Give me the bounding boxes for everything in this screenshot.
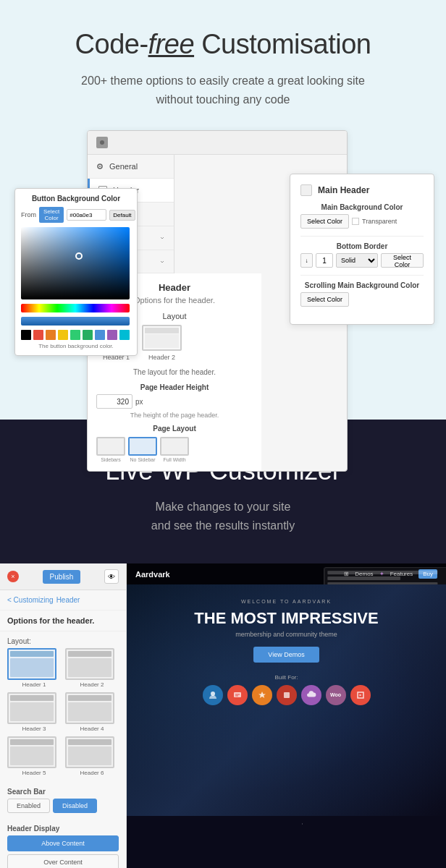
height-input[interactable] — [96, 394, 132, 409]
section-customizer-preview: × Publish 👁 < Customizing Header Options… — [0, 563, 446, 868]
scrolling-color-btn[interactable]: Select Color — [300, 292, 349, 307]
opacity-bar[interactable] — [21, 317, 130, 326]
disabled-toggle[interactable]: Disabled — [53, 799, 97, 813]
plugin-layer — [277, 685, 297, 705]
panel-header — [88, 131, 347, 155]
layout-sidebars[interactable] — [96, 437, 125, 456]
customizer-subtitle: Make changes to your site and see the re… — [14, 498, 432, 535]
color-gradient — [21, 227, 130, 299]
panel-right-icon — [300, 184, 312, 196]
layout-item-5[interactable]: Header 5 — [7, 736, 61, 776]
select-color-button[interactable]: Select Color — [39, 207, 64, 223]
header-display-label: Header Display — [0, 819, 126, 835]
layout-item-6[interactable]: Header 6 — [65, 736, 119, 776]
built-for-label: Built For: — [274, 674, 298, 681]
layout-item-3[interactable]: Header 3 — [7, 692, 61, 732]
color-note: The button background color. — [21, 343, 131, 349]
plugin-woocommerce: Woo — [326, 685, 346, 705]
plugin-rtmedia — [350, 685, 371, 705]
customizer-wrapper: × Publish 👁 < Customizing Header Options… — [0, 563, 446, 868]
from-label: From — [21, 211, 36, 218]
header-layout-2[interactable]: Header 2 — [142, 325, 182, 361]
color-picker-panel: Button Background Color From Select Colo… — [14, 188, 138, 356]
transparent-checkbox[interactable] — [352, 218, 359, 225]
hero-small-text: WELCOME TO AARDVARK — [241, 599, 332, 604]
scrolling-field: Scrolling Main Background Color Select C… — [300, 281, 424, 307]
select-color-btn[interactable]: Select Color — [300, 214, 349, 229]
swatch-blue[interactable] — [95, 330, 105, 340]
svg-point-2 — [99, 166, 101, 167]
hero-cta-button[interactable]: View Demos — [253, 647, 319, 663]
hex-input[interactable] — [67, 209, 106, 221]
swatch-yellow[interactable] — [58, 330, 68, 340]
swatch-red[interactable] — [33, 330, 43, 340]
border-field: Bottom Border ↓ Solid Dashed None Select… — [300, 242, 424, 268]
swatch-green[interactable] — [70, 330, 80, 340]
plugin-cloud — [301, 685, 321, 705]
swatch-cyan[interactable] — [119, 330, 130, 340]
plugin-buddypress — [203, 685, 223, 705]
over-content-btn[interactable]: Over Content — [7, 854, 119, 868]
plugin-icons: Woo — [203, 685, 371, 705]
layout-full-width[interactable] — [160, 437, 189, 456]
section-code-free: Code-free Customisation 200+ theme optio… — [0, 0, 446, 420]
theme-options-preview: Button Background Color From Select Colo… — [14, 130, 434, 376]
woo-label: Woo — [330, 692, 341, 697]
layout-field-label: Layout: — [0, 631, 126, 648]
swatch-orange[interactable] — [46, 330, 56, 340]
layout-grid: Header 1 Header 2 Header 3 — [0, 648, 126, 782]
toggle-row: Enabled Disabled — [0, 799, 126, 819]
searchbar-label: Search Bar — [0, 782, 126, 799]
section-subtitle: 200+ theme options to easily create a gr… — [78, 72, 368, 109]
customizer-section-title: Options for the header. — [0, 610, 126, 631]
border-style-select[interactable]: Solid Dashed None — [336, 253, 378, 268]
above-content-btn[interactable]: Above Content — [7, 835, 119, 851]
swatch-darkgreen[interactable] — [83, 330, 93, 340]
customizer-left-panel: × Publish 👁 < Customizing Header Options… — [0, 563, 127, 868]
hero-title: THE MOST IMPRESSIVE — [194, 610, 378, 627]
bg-color-field: Main Background Color Select Color Trans… — [300, 203, 424, 229]
site-preview: Aardvark ⊞ Demos ✦ Features Buy WELCOME … — [127, 563, 446, 868]
color-cursor — [75, 252, 83, 260]
customizer-topbar: × Publish 👁 — [0, 563, 126, 590]
close-button[interactable]: × — [7, 571, 19, 582]
site-hero: WELCOME TO AARDVARK THE MOST IMPRESSIVE … — [127, 584, 446, 816]
hue-bar[interactable] — [21, 304, 130, 312]
layout-no-sidebar[interactable] — [128, 437, 157, 456]
layout-item-4[interactable]: Header 4 — [65, 692, 119, 732]
section-heading: Code-free Customisation — [14, 29, 432, 60]
border-value-input[interactable] — [316, 253, 333, 268]
layout-item-1[interactable]: Header 1 — [7, 648, 61, 688]
default-button[interactable]: Default — [109, 210, 135, 221]
main-header-panel: Main Header Main Background Color Select… — [290, 174, 434, 325]
swatch-black[interactable] — [21, 330, 31, 340]
preview-toggle[interactable]: 👁 — [104, 569, 119, 584]
plugin-sensei — [252, 685, 272, 705]
border-decrement[interactable]: ↓ — [300, 253, 313, 268]
svg-point-0 — [100, 140, 104, 145]
plugin-bbpress — [227, 685, 248, 705]
hero-subtitle: membership and community theme — [235, 631, 337, 638]
height-unit: px — [135, 398, 143, 406]
panel-header-icon — [96, 137, 108, 148]
enabled-toggle[interactable]: Enabled — [7, 799, 50, 813]
breadcrumb[interactable]: < Customizing Header — [0, 590, 126, 610]
border-color-btn[interactable]: Select Color — [381, 253, 424, 268]
layout-item-2[interactable]: Header 2 — [65, 648, 119, 688]
svg-rect-6 — [284, 692, 290, 698]
color-picker-title: Button Background Color — [21, 195, 131, 203]
publish-button[interactable]: Publish — [43, 570, 81, 584]
display-options: Above Content Over Content Disabled — [0, 835, 126, 868]
sidebar-general[interactable]: General — [88, 155, 174, 179]
site-preview-inner: Aardvark ⊞ Demos ✦ Features Buy WELCOME … — [127, 563, 446, 868]
color-swatches — [21, 330, 131, 340]
swatch-purple[interactable] — [107, 330, 117, 340]
